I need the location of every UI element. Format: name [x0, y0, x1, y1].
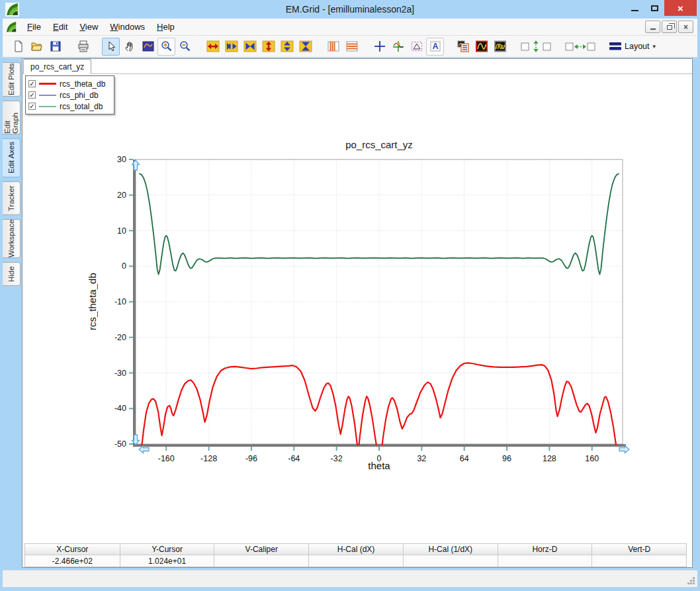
menu-windows[interactable]: Windows: [104, 19, 151, 34]
sidebar-item-tracker[interactable]: Tracker: [3, 181, 21, 215]
compress-y-icon: [299, 40, 312, 53]
new-file-icon: [12, 40, 25, 53]
sidebar-item-edit-plots[interactable]: Edit Plots: [3, 62, 21, 97]
expand-x-icon: [206, 40, 220, 53]
plot-properties-icon: [457, 40, 470, 53]
tab-po-rcs-cart-yz[interactable]: po_rcs_cart_yz: [23, 59, 91, 74]
value-vert-d: [591, 555, 686, 567]
menu-edit[interactable]: Edit: [47, 19, 73, 34]
select-arrow-button[interactable]: [102, 38, 120, 56]
layout-dropdown-button[interactable]: Layout ▾: [605, 39, 660, 54]
value-h-cal-dx: [308, 555, 403, 567]
col-x-cursor: X-Cursor: [25, 544, 120, 555]
save-file-button[interactable]: [46, 38, 64, 56]
title-bar[interactable]: EM.Grid - [emilluminalesson2a] ×: [0, 0, 700, 19]
shrink-y-button[interactable]: [278, 38, 296, 56]
mdi-restore-icon: [667, 25, 672, 30]
col-h-cal-1dx: H-Cal (1/dX): [403, 544, 498, 555]
crosshair-icon: [373, 40, 386, 53]
delta-marker-button[interactable]: [408, 38, 425, 56]
legend-checkbox-theta[interactable]: ✓: [28, 80, 36, 87]
cursor-readout-table: X-Cursor Y-Cursor V-Caliper H-Cal (dX) H…: [24, 543, 687, 567]
horizontal-stripes-button[interactable]: [343, 38, 361, 56]
zoom-out-icon: [179, 40, 192, 53]
minimize-icon: [631, 10, 638, 11]
col-y-cursor: Y-Cursor: [120, 544, 214, 555]
tracker-icon: [392, 40, 405, 53]
svg-text:A: A: [432, 42, 438, 51]
resize-grip[interactable]: [687, 576, 695, 584]
print-button[interactable]: [74, 38, 92, 56]
mdi-minimize-button[interactable]: [645, 21, 660, 33]
minimize-button[interactable]: [625, 0, 644, 16]
zoom-in-button[interactable]: [157, 38, 175, 56]
mdi-restore-button[interactable]: [662, 21, 677, 33]
horizontal-spacing-icon: [564, 40, 596, 53]
save-file-icon: [49, 40, 62, 53]
plot-area[interactable]: -160-128-96-64-3203264961281603020100-10…: [122, 152, 664, 482]
print-icon: [77, 40, 90, 53]
x-axis-right-handle[interactable]: [619, 446, 629, 453]
legend-swatch-total: [39, 106, 56, 107]
mdi-close-button[interactable]: ×: [678, 21, 693, 33]
menu-help[interactable]: Help: [151, 19, 181, 34]
vertical-spacing-icon: [520, 40, 552, 53]
close-button[interactable]: ×: [664, 0, 697, 16]
value-h-cal-1dx: [403, 555, 498, 567]
single-plot-button[interactable]: [472, 38, 490, 56]
vertical-spacing-button[interactable]: [519, 38, 553, 56]
legend-entry-theta: ✓ rcs_theta_db: [28, 78, 111, 89]
y-axis-label: rcs_theta_db: [85, 159, 99, 444]
layout-label: Layout: [625, 42, 650, 51]
sidebar-item-edit-graph[interactable]: Edit Graph: [3, 101, 21, 134]
y-tick-label: 0: [122, 261, 126, 271]
chart-title: po_rcs_cart_yz: [136, 139, 623, 150]
open-file-button[interactable]: [28, 38, 46, 56]
horizontal-spacing-button[interactable]: [563, 38, 597, 56]
y-tick-label: -10: [114, 297, 126, 306]
pan-hand-button[interactable]: [120, 38, 138, 56]
zoom-out-button[interactable]: [176, 38, 194, 56]
sidebar-item-hide[interactable]: Hide: [3, 262, 21, 286]
expand-y-button[interactable]: [259, 38, 277, 56]
multi-plot-icon: [494, 40, 507, 53]
multi-plot-button[interactable]: [491, 38, 509, 56]
horizontal-stripes-icon: [345, 40, 359, 53]
crosshair-button[interactable]: [371, 38, 388, 56]
toolbar: A Layout ▾: [3, 36, 697, 58]
plot-properties-button[interactable]: [454, 38, 472, 56]
tracker-button[interactable]: [389, 38, 407, 56]
vertical-stripes-button[interactable]: [324, 38, 342, 56]
compress-x-icon: [243, 40, 257, 53]
legend-checkbox-phi[interactable]: ✓: [28, 91, 36, 99]
menu-file[interactable]: File: [21, 19, 47, 34]
document-logo-icon: [5, 21, 17, 33]
compress-x-button[interactable]: [241, 38, 259, 56]
open-file-icon: [30, 40, 44, 53]
shrink-x-icon: [225, 40, 238, 53]
new-file-button[interactable]: [9, 38, 27, 56]
menu-view[interactable]: View: [73, 19, 104, 34]
plot-border: [136, 159, 623, 444]
sidebar-item-edit-axes[interactable]: Edit Axes: [3, 138, 21, 177]
zoom-region-button[interactable]: [139, 38, 157, 56]
text-annotation-button[interactable]: A: [426, 38, 444, 56]
select-arrow-icon: [105, 40, 118, 53]
maximize-button[interactable]: [644, 0, 664, 16]
single-plot-icon: [475, 40, 488, 53]
value-horz-d: [498, 555, 592, 567]
pan-hand-icon: [123, 40, 136, 53]
sidebar-item-workspace[interactable]: Workspace: [3, 219, 21, 258]
value-y-cursor: 1.024e+01: [120, 555, 214, 567]
delta-marker-icon: [410, 40, 423, 53]
y-tick-label: -20: [114, 333, 126, 342]
maximize-icon: [651, 5, 658, 11]
legend-box[interactable]: ✓ rcs_theta_db ✓ rcs_phi_db ✓ rcs_total_…: [25, 75, 114, 114]
shrink-x-button[interactable]: [222, 38, 240, 56]
close-icon: ×: [678, 3, 683, 14]
legend-checkbox-total[interactable]: ✓: [28, 103, 36, 110]
compress-y-button[interactable]: [296, 38, 314, 56]
expand-x-button[interactable]: [204, 38, 222, 56]
app-logo-icon: [5, 3, 19, 17]
x-axis-left-handle[interactable]: [139, 446, 149, 453]
